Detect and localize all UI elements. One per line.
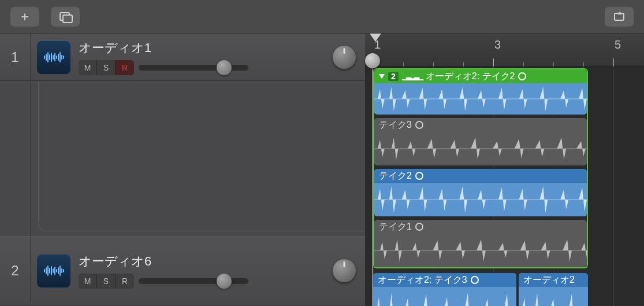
- track-number: 1: [0, 34, 30, 80]
- region-label: オーディオ2: テイク2: [426, 71, 515, 83]
- comp-region-header[interactable]: 2 ▁▃▂▃▁ オーディオ2: テイク2: [374, 69, 587, 83]
- audio-icon: [44, 266, 64, 276]
- track-name[interactable]: オーディオ1: [79, 39, 325, 57]
- add-track-button[interactable]: [10, 7, 39, 27]
- take-folder[interactable]: 2 ▁▃▂▃▁ オーディオ2: テイク2: [373, 68, 588, 268]
- track-headers: 1 オーディオ1 M S R: [0, 34, 365, 306]
- toolbar: [0, 0, 644, 34]
- playhead-marker-icon[interactable]: [370, 34, 381, 42]
- loop-indicator-icon: [471, 276, 479, 284]
- pan-knob[interactable]: [333, 259, 356, 282]
- solo-button[interactable]: S: [97, 60, 116, 75]
- msr-group: M S R: [79, 274, 134, 289]
- mute-button[interactable]: M: [79, 60, 97, 75]
- record-enable-button[interactable]: R: [116, 274, 134, 289]
- pan-knob[interactable]: [333, 46, 356, 69]
- volume-slider[interactable]: [139, 61, 248, 74]
- arrange-area[interactable]: 2 ▁▃▂▃▁ オーディオ2: テイク2: [365, 67, 644, 306]
- quantize-icon: ▁▃▂▃▁: [402, 72, 422, 80]
- main-split: 1 オーディオ1 M S R: [0, 34, 644, 306]
- ruler-label: 3: [494, 38, 501, 51]
- duplicate-icon: [59, 12, 71, 21]
- track-header[interactable]: 2 オーディオ6 M S R: [0, 236, 365, 305]
- loop-indicator-icon: [415, 223, 423, 231]
- take-label: テイク3: [379, 119, 412, 131]
- mute-button[interactable]: M: [79, 274, 97, 289]
- take-region[interactable]: テイク1: [374, 220, 587, 267]
- track-type-icon[interactable]: [37, 40, 70, 74]
- catch-playhead-button[interactable]: [605, 7, 634, 27]
- loop-indicator-icon: [518, 72, 526, 80]
- audio-icon: [44, 52, 64, 62]
- timeline: 1 3 5: [365, 34, 644, 306]
- region-label: オーディオ2: [523, 274, 575, 286]
- solo-button[interactable]: S: [97, 274, 116, 289]
- take-region[interactable]: テイク3: [374, 118, 587, 165]
- record-enable-button[interactable]: R: [116, 60, 134, 75]
- track-type-icon[interactable]: [37, 254, 70, 287]
- ruler[interactable]: 1 3 5: [365, 34, 644, 67]
- take-region[interactable]: テイク2: [374, 169, 587, 216]
- track-header[interactable]: 1 オーディオ1 M S R: [0, 34, 365, 81]
- take-label: テイク1: [379, 221, 412, 233]
- catch-icon: [614, 13, 624, 21]
- take-badge: 2: [388, 72, 399, 81]
- take-label: テイク2: [379, 170, 412, 182]
- disclosure-triangle-icon[interactable]: [379, 74, 385, 79]
- track-name[interactable]: オーディオ6: [79, 253, 325, 270]
- audio-region[interactable]: オーディオ2: [519, 273, 588, 306]
- ruler-label: 5: [615, 38, 621, 51]
- playhead-handle[interactable]: [365, 53, 380, 68]
- loop-indicator-icon: [415, 121, 423, 129]
- loop-indicator-icon: [415, 172, 423, 180]
- msr-group: M S R: [79, 60, 134, 75]
- duplicate-track-button[interactable]: [51, 7, 80, 27]
- track-number: 2: [0, 237, 30, 305]
- plus-icon: [21, 10, 29, 24]
- volume-slider[interactable]: [139, 275, 248, 287]
- audio-region[interactable]: オーディオ2: テイク3: [373, 273, 516, 306]
- region-label: オーディオ2: テイク3: [378, 274, 467, 286]
- app-root: 1 オーディオ1 M S R: [0, 0, 644, 306]
